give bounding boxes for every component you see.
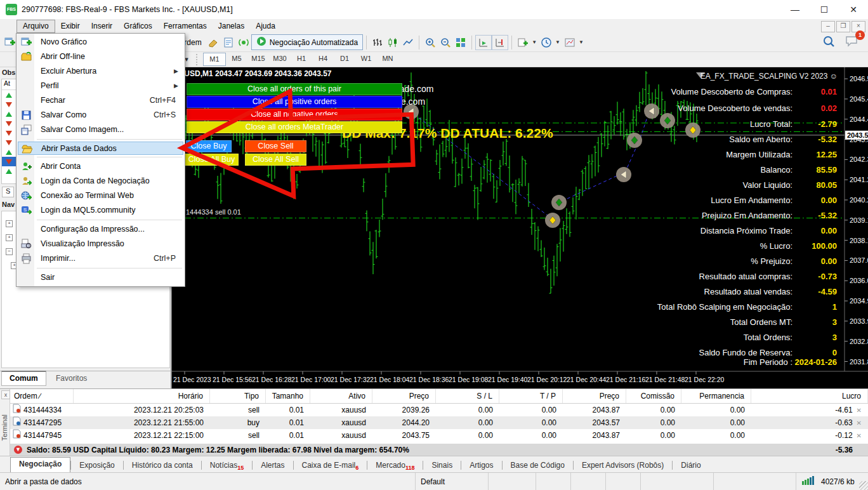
- market-watch-row[interactable]: [2, 90, 16, 100]
- ea-button-close-all-orders-metatrader[interactable]: Close all orders MetaTrader: [187, 121, 402, 133]
- terminal-close-icon[interactable]: x: [1, 390, 10, 399]
- navigator-tab-comum[interactable]: Comum: [1, 371, 46, 386]
- terminal-tab-expert-advisors-rob-s-[interactable]: Expert Advisors (Robôs): [574, 459, 672, 472]
- file-menu-item-abrir-pasta-de-dados[interactable]: Abrir Pasta de Dados: [18, 142, 183, 155]
- minimize-button[interactable]: —: [780, 0, 810, 19]
- market-depth-icon[interactable]: [221, 36, 236, 50]
- tree-expand-box[interactable]: +: [6, 220, 13, 227]
- timeframe-d1[interactable]: D1: [334, 53, 355, 65]
- market-watch-row[interactable]: [2, 138, 16, 147]
- table-row[interactable]: 4314443342023.12.21 20:25:03sell0.01xauu…: [10, 404, 868, 416]
- news-icon[interactable]: [236, 36, 251, 50]
- market-watch-row[interactable]: [2, 166, 16, 176]
- new-chart-toolbar-icon[interactable]: [3, 36, 17, 49]
- table-row[interactable]: 4314479452023.12.21 22:15:00sell0.01xauu…: [10, 429, 868, 442]
- column-header-pre-o[interactable]: Preço: [372, 389, 436, 403]
- mdi-minimize-button[interactable]: –: [821, 21, 835, 32]
- column-header-ativo[interactable]: Ativo: [310, 389, 372, 403]
- file-menu-item-login-da-conta-de-negocia-o[interactable]: Login da Conta de Negociação: [18, 174, 183, 189]
- menubar-item-exibir[interactable]: Exibir: [55, 20, 86, 32]
- ea-button-close-all-buy[interactable]: Close All Buy: [185, 154, 239, 166]
- terminal-tab-di-rio[interactable]: Diário: [673, 459, 709, 472]
- status-profile[interactable]: Default: [416, 473, 489, 490]
- timeframe-m15[interactable]: M15: [247, 53, 269, 65]
- file-menu-item-salvar-como[interactable]: Salvar ComoCtrl+S: [18, 108, 183, 122]
- auto-trading-button[interactable]: Negociação Automatizada: [251, 34, 363, 50]
- file-menu-item-abrir-conta[interactable]: Abrir Conta: [18, 159, 183, 174]
- file-menu-item-login-da-mql5-community[interactable]: Login da MQL5.communityS: [18, 203, 183, 218]
- timeframe-h1[interactable]: H1: [291, 53, 312, 65]
- market-watch-row[interactable]: [2, 119, 16, 128]
- terminal-tab-negocia-o[interactable]: Negociação: [10, 457, 70, 472]
- orders-table-header[interactable]: Ordem ∕HorárioTipoTamanhoAtivoPreçoS / L…: [10, 389, 868, 404]
- column-header-permanencia[interactable]: Permanencia: [681, 389, 751, 403]
- menubar-item-janelas[interactable]: Janelas: [213, 20, 250, 32]
- templates-button[interactable]: ▼: [562, 36, 586, 50]
- chart-shift-icon[interactable]: [492, 35, 508, 50]
- notifications-icon[interactable]: 1: [845, 35, 859, 50]
- column-header-pre-o[interactable]: Preço: [563, 389, 626, 403]
- column-header-lucro[interactable]: Lucro: [751, 389, 868, 403]
- tree-expand-box[interactable]: −: [6, 248, 13, 255]
- column-header-ordem-[interactable]: Ordem ∕: [10, 389, 74, 403]
- column-header-tamanho[interactable]: Tamanho: [266, 389, 310, 403]
- menubar-item-arquivo[interactable]: Arquivo: [16, 20, 55, 33]
- terminal-tab-not-cias[interactable]: Notícias15: [202, 459, 252, 472]
- file-menu-item-visualiza-o-impress-o[interactable]: Visualização Impressão: [18, 237, 183, 251]
- file-menu-item-imprimir-[interactable]: Imprimir...Ctrl+P: [18, 251, 183, 266]
- market-watch-row[interactable]: [2, 128, 16, 138]
- close-button[interactable]: ✕: [839, 0, 868, 19]
- menubar-item-ferramentas[interactable]: Ferramentas: [158, 20, 213, 32]
- file-menu-item-abrir-off-line[interactable]: Abrir Off-line: [18, 50, 183, 64]
- market-watch-row[interactable]: [2, 100, 16, 109]
- maximize-button[interactable]: ☐: [810, 0, 839, 19]
- ea-button-close-sell[interactable]: Close Sell: [245, 140, 306, 152]
- ea-button-close-all-sell[interactable]: Close All Sell: [245, 154, 306, 166]
- file-menu-item-salvar-como-imagem-[interactable]: Salvar Como Imagem...: [18, 122, 183, 137]
- mdi-restore-button[interactable]: ❐: [836, 21, 850, 32]
- market-watch-row[interactable]: [2, 109, 16, 119]
- terminal-tab-base-de-c-digo[interactable]: Base de Código: [503, 459, 573, 472]
- line-chart-mode-icon[interactable]: [400, 36, 416, 50]
- indicators-button[interactable]: ▼: [515, 36, 539, 50]
- timeframe-mn[interactable]: MN: [377, 53, 398, 65]
- column-header-s-l[interactable]: S / L: [436, 389, 499, 403]
- navigator-tab-favoritos[interactable]: Favoritos: [48, 372, 95, 385]
- chart-window[interactable]: 1444334 sell 0.012046.502045.452044.4020…: [171, 67, 868, 388]
- search-icon[interactable]: [822, 35, 835, 50]
- candlestick-mode-icon[interactable]: [385, 36, 400, 50]
- terminal-tab-sinais[interactable]: Sinais: [423, 459, 461, 472]
- close-order-icon[interactable]: ✕: [857, 420, 862, 427]
- file-menu-item-perfil[interactable]: Perfil▶: [18, 79, 183, 93]
- column-header-comiss-o[interactable]: Comissão: [626, 389, 681, 403]
- timeframe-m30[interactable]: M30: [269, 53, 291, 65]
- menubar-item-ajuda[interactable]: Ajuda: [250, 20, 281, 32]
- menubar-item-gráficos[interactable]: Gráficos: [118, 20, 158, 32]
- file-menu-item-conex-o-ao-terminal-web[interactable]: Conexão ao Terminal Web: [18, 189, 183, 203]
- file-menu-item-configura-o-da-impress-o-[interactable]: Configuração da Impressão...: [18, 222, 183, 237]
- bar-chart-mode-icon[interactable]: [370, 36, 385, 50]
- close-order-icon[interactable]: ✕: [857, 407, 862, 414]
- zoom-out-icon[interactable]: [438, 36, 453, 50]
- terminal-tab-exposi-o[interactable]: Exposição: [71, 459, 122, 472]
- timeframe-h4[interactable]: H4: [312, 53, 334, 65]
- terminal-tab-caixa-de-e-mail[interactable]: Caixa de E-mail6: [294, 459, 367, 472]
- market-watch-row[interactable]: [2, 157, 16, 166]
- periods-button[interactable]: ▼: [539, 36, 562, 50]
- zoom-in-icon[interactable]: [423, 36, 438, 50]
- ea-button-close-all-orders-of-this-pair[interactable]: Close all orders of this pair: [187, 83, 402, 95]
- column-header-hor-rio[interactable]: Horário: [74, 389, 210, 403]
- terminal-tab-alertas[interactable]: Alertas: [253, 459, 293, 472]
- timeframe-m5[interactable]: M5: [226, 53, 247, 65]
- resize-grip[interactable]: [859, 481, 868, 490]
- tile-windows-icon[interactable]: [453, 36, 468, 50]
- terminal-tab-mercado[interactable]: Mercado118: [367, 459, 423, 472]
- terminal-tab-artigos[interactable]: Artigos: [461, 459, 501, 472]
- tree-expand-box[interactable]: +: [6, 234, 13, 241]
- timeframe-m1[interactable]: M1: [203, 53, 226, 66]
- close-order-icon[interactable]: ✕: [857, 432, 862, 439]
- market-watch-tab[interactable]: S: [2, 187, 14, 197]
- file-menu-item-novo-gr-fico[interactable]: Novo Gráfico: [18, 35, 183, 50]
- file-menu-item-excluir-abertura[interactable]: Excluir Abertura▶: [18, 64, 183, 79]
- ea-button-close-all-negative-orders[interactable]: Close all negative orders: [187, 109, 402, 121]
